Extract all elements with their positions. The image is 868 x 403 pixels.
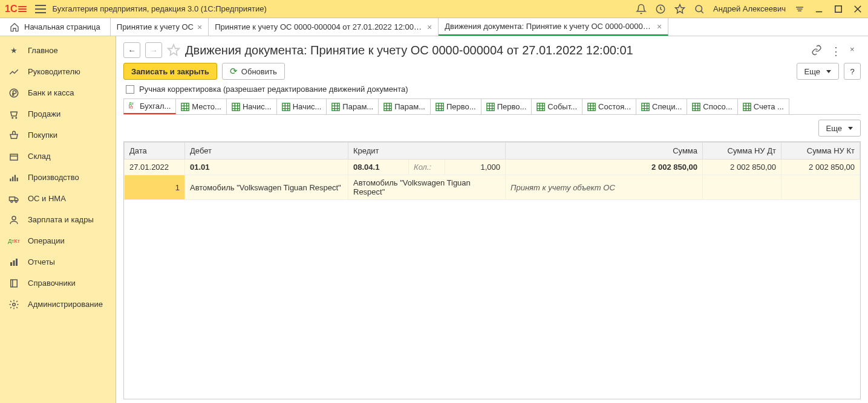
grid-icon bbox=[232, 103, 240, 111]
favorite-icon[interactable] bbox=[167, 44, 180, 57]
tab-close-icon[interactable]: × bbox=[197, 22, 202, 32]
th-date[interactable]: Дата bbox=[125, 143, 185, 160]
subtab-6[interactable]: Перво... bbox=[430, 98, 481, 114]
sidebar-label: ОС и НМА bbox=[28, 194, 66, 203]
nav-back-button[interactable]: ← bbox=[123, 42, 140, 58]
subtab-7[interactable]: Перво... bbox=[481, 98, 532, 114]
subtab-12[interactable]: Счета ... bbox=[737, 98, 789, 114]
person-icon bbox=[8, 214, 19, 225]
button-label: Записать и закрыть bbox=[131, 67, 209, 76]
subtab-label: Специ... bbox=[652, 102, 682, 111]
star-icon: ★ bbox=[8, 45, 19, 56]
svg-rect-79 bbox=[693, 103, 700, 110]
grid-icon bbox=[587, 103, 596, 111]
subtab-0[interactable]: ДтКтБухгал... bbox=[123, 98, 176, 114]
subtab-11[interactable]: Спосо... bbox=[687, 98, 737, 114]
subtab-5[interactable]: Парам... bbox=[378, 98, 431, 114]
table-row[interactable]: 1 Автомобиль "Volkswagen Tiguan Respect"… bbox=[125, 175, 860, 200]
write-close-button[interactable]: Записать и закрыть bbox=[123, 63, 217, 80]
tab-0[interactable]: Принятие к учету ОС × bbox=[111, 18, 209, 36]
sidebar-item-reports[interactable]: Отчеты bbox=[0, 251, 116, 272]
svg-rect-23 bbox=[13, 260, 15, 266]
manual-edit-checkbox[interactable] bbox=[126, 85, 134, 94]
sidebar-label: Банк и касса bbox=[28, 88, 74, 97]
sidebar-item-main[interactable]: ★Главное bbox=[0, 40, 116, 61]
more-button[interactable]: Еще bbox=[797, 63, 839, 80]
sidebar-item-bank[interactable]: Банк и касса bbox=[0, 82, 116, 103]
svg-marker-1 bbox=[676, 4, 685, 13]
tab-close-icon[interactable]: × bbox=[427, 22, 432, 32]
sidebar-item-os-nma[interactable]: ОС и НМА bbox=[0, 188, 116, 209]
th-sum-nu-kt[interactable]: Сумма НУ Кт bbox=[782, 143, 860, 160]
svg-rect-7 bbox=[835, 5, 842, 12]
subtab-2[interactable]: Начис... bbox=[226, 98, 277, 114]
th-credit[interactable]: Кредит bbox=[348, 143, 506, 160]
subtab-label: Место... bbox=[192, 102, 221, 111]
svg-rect-74 bbox=[642, 103, 649, 110]
sidebar-item-operations[interactable]: ДтКтОперации bbox=[0, 230, 116, 251]
button-label: Еще bbox=[826, 124, 842, 133]
sidebar-item-admin[interactable]: Администрирование bbox=[0, 294, 116, 315]
table-row[interactable]: 27.01.2022 01.01 08.04.1 Кол.: 1,000 2 0… bbox=[125, 160, 860, 175]
tab-2[interactable]: Движения документа: Принятие к учету ОС … bbox=[439, 18, 668, 36]
more-icon[interactable]: ⋮ bbox=[830, 45, 841, 56]
subtab-label: Счета ... bbox=[754, 102, 784, 111]
sidebar-item-purchases[interactable]: Покупки bbox=[0, 124, 116, 146]
subtab-label: Состоя... bbox=[598, 102, 631, 111]
th-sum-nu-dt[interactable]: Сумма НУ Дт bbox=[703, 143, 782, 160]
user-name[interactable]: Андрей Алексеевич bbox=[713, 4, 786, 13]
sidebar-item-manager[interactable]: Руководителю bbox=[0, 61, 116, 82]
data-table: Дата Дебет Кредит Сумма Сумма НУ Дт Сумм… bbox=[123, 141, 861, 399]
link-icon[interactable] bbox=[811, 45, 822, 56]
star-icon[interactable] bbox=[674, 4, 685, 15]
svg-rect-69 bbox=[588, 103, 595, 110]
cell-qty-label: Кол.: bbox=[409, 160, 445, 175]
table-more-button[interactable]: Еще bbox=[818, 120, 861, 137]
subtab-1[interactable]: Место... bbox=[175, 98, 227, 114]
button-label: Обновить bbox=[241, 67, 277, 76]
refresh-button[interactable]: ⟳Обновить bbox=[222, 63, 285, 80]
nav-forward-button[interactable]: → bbox=[145, 42, 162, 58]
th-debit[interactable]: Дебет bbox=[185, 143, 348, 160]
help-button[interactable]: ? bbox=[844, 63, 861, 80]
sidebar-item-directories[interactable]: Справочники bbox=[0, 272, 116, 294]
subtab-8[interactable]: Событ... bbox=[531, 98, 582, 114]
close-panel-icon[interactable]: × bbox=[850, 45, 861, 56]
svg-rect-15 bbox=[12, 176, 13, 181]
home-tab[interactable]: Начальная страница bbox=[0, 18, 111, 36]
svg-rect-59 bbox=[487, 103, 494, 110]
sidebar-item-warehouse[interactable]: Склад bbox=[0, 146, 116, 167]
history-icon[interactable] bbox=[655, 4, 666, 15]
tab-close-icon[interactable]: × bbox=[657, 22, 662, 31]
subtab-10[interactable]: Специ... bbox=[636, 98, 687, 114]
svg-point-20 bbox=[15, 201, 17, 202]
subtab-label: Начис... bbox=[293, 102, 322, 111]
close-icon[interactable] bbox=[852, 4, 863, 15]
button-label: ? bbox=[850, 67, 854, 76]
subtab-9[interactable]: Состоя... bbox=[582, 98, 636, 114]
search-icon[interactable] bbox=[694, 4, 705, 15]
cell-sum-nu-dt: 2 002 850,00 bbox=[703, 160, 782, 175]
bell-icon[interactable] bbox=[636, 4, 647, 15]
sidebar-item-production[interactable]: Производство bbox=[0, 167, 116, 188]
sidebar-item-sales[interactable]: Продажи bbox=[0, 103, 116, 124]
menu-icon[interactable] bbox=[35, 5, 46, 13]
svg-point-21 bbox=[12, 216, 16, 220]
settings-icon[interactable] bbox=[794, 4, 805, 15]
subtab-4[interactable]: Парам... bbox=[326, 98, 379, 114]
th-sum[interactable]: Сумма bbox=[506, 143, 703, 160]
svg-rect-44 bbox=[332, 103, 339, 110]
maximize-icon[interactable] bbox=[833, 4, 844, 15]
cell-debit-obj: Автомобиль "Volkswagen Tiguan Respect" bbox=[185, 175, 348, 200]
chart-icon bbox=[8, 66, 19, 77]
svg-rect-16 bbox=[15, 175, 16, 181]
sidebar-item-hr[interactable]: Зарплата и кадры bbox=[0, 209, 116, 230]
subtab-label: Парам... bbox=[342, 102, 373, 111]
sidebar-label: Продажи bbox=[28, 109, 60, 118]
minimize-icon[interactable] bbox=[814, 4, 824, 15]
tab-1[interactable]: Принятие к учету ОС 0000-000004 от 27.01… bbox=[209, 18, 439, 36]
subtab-3[interactable]: Начис... bbox=[276, 98, 327, 114]
svg-rect-84 bbox=[743, 103, 751, 110]
sidebar-label: Покупки bbox=[28, 131, 57, 140]
subtab-label: Спосо... bbox=[703, 102, 732, 111]
